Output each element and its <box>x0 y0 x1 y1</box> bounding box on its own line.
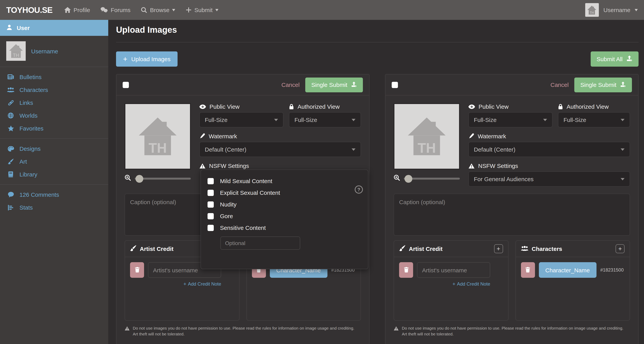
user-menu[interactable]: TH Username <box>585 3 638 17</box>
cancel-button[interactable]: Cancel <box>550 81 568 88</box>
eye-icon <box>468 104 475 109</box>
usage-warning: Do not use images you do not have permis… <box>394 325 630 337</box>
chevron-down-icon <box>543 119 547 121</box>
nsfw-option-row: Gore <box>208 213 360 219</box>
nsfw-checkbox-nudity[interactable] <box>208 201 214 207</box>
sidebar: User TH Username Bulletins Characters Li… <box>0 20 108 344</box>
select-image-checkbox[interactable] <box>123 82 129 88</box>
sidebar-item-worlds[interactable]: Worlds <box>0 109 108 122</box>
globe-icon <box>7 113 14 118</box>
person-icon <box>6 25 12 31</box>
sidebar-item-library[interactable]: Library <box>0 168 108 181</box>
upload-cards: Cancel Single Submit TH <box>116 74 638 344</box>
public-view-label: Public View <box>468 103 552 110</box>
toyhouse-app: TOYHOU.SE Profile Forums Browse Submit <box>0 0 644 344</box>
card-header: Cancel Single Submit <box>116 74 369 96</box>
warning-icon <box>394 325 399 337</box>
character-id: #18231500 <box>600 267 624 273</box>
sidebar-item-stats[interactable]: Stats <box>0 201 108 214</box>
watermark-select[interactable]: Default (Center) <box>468 142 630 157</box>
nav-forums[interactable]: Forums <box>101 7 131 13</box>
single-submit-button[interactable]: Single Submit <box>574 77 632 92</box>
zoom-in-icon <box>124 175 131 183</box>
delete-credit-button[interactable] <box>130 262 144 278</box>
watermark-select[interactable]: Default (Center) <box>199 142 361 157</box>
plus-icon: + <box>452 281 455 287</box>
svg-text:TH: TH <box>590 11 594 14</box>
nav-submit[interactable]: Submit <box>186 7 218 13</box>
nsfw-checkbox-mild[interactable] <box>208 178 214 184</box>
sidebar-item-links[interactable]: Links <box>0 96 108 109</box>
artist-username-input[interactable] <box>417 262 490 278</box>
users-icon <box>521 245 528 252</box>
add-credit-note-link[interactable]: +Add Credit Note <box>399 281 490 287</box>
sensitive-optional-input[interactable] <box>220 236 300 250</box>
site-logo[interactable]: TOYHOU.SE <box>6 5 52 15</box>
nsfw-checkbox-explicit[interactable] <box>208 190 214 196</box>
paintbrush-icon <box>399 245 405 253</box>
card-header: Cancel Single Submit <box>386 74 638 96</box>
zoom-slider-thumb[interactable] <box>135 175 143 183</box>
avatar[interactable]: TH <box>6 41 26 61</box>
comments-icon <box>101 7 108 13</box>
avatar: TH <box>585 3 599 17</box>
page-title: Upload Images <box>116 25 638 35</box>
stats-icon <box>7 205 14 210</box>
help-icon[interactable]: ? <box>355 185 363 194</box>
chevron-down-icon <box>621 148 624 151</box>
public-view-select[interactable]: Full-Size <box>199 112 284 127</box>
public-view-label: Public View <box>199 103 284 110</box>
sidebar-item-designs[interactable]: Designs <box>0 142 108 155</box>
upload-icon <box>351 81 357 88</box>
watermark-label: Watermark <box>468 133 630 139</box>
nsfw-settings-label: NSFW Settings <box>468 162 630 169</box>
paintbrush-icon <box>130 245 136 253</box>
delete-credit-button[interactable] <box>399 262 413 278</box>
trash-icon <box>403 266 409 274</box>
add-character-button[interactable]: + <box>616 244 624 253</box>
delete-character-button[interactable] <box>521 262 535 278</box>
nsfw-checkbox-sensitive[interactable] <box>208 225 214 231</box>
nsfw-option-row: Nudity <box>208 201 360 208</box>
select-image-checkbox[interactable] <box>392 82 398 88</box>
card-body: TH <box>386 96 638 344</box>
sidebar-item-art[interactable]: Art <box>0 155 108 168</box>
authorized-view-select[interactable]: Full-Size <box>558 112 630 127</box>
sidebar-username-link[interactable]: Username <box>31 48 58 54</box>
zoom-slider[interactable] <box>135 178 191 180</box>
nsfw-checkbox-gore[interactable] <box>208 213 214 219</box>
warning-icon <box>199 163 206 168</box>
artist-credit-box: Artist Credit + <box>394 240 508 321</box>
star-icon <box>7 125 14 131</box>
single-submit-button[interactable]: Single Submit <box>306 77 363 92</box>
paintbrush-icon <box>7 159 14 164</box>
authorized-view-select[interactable]: Full-Size <box>289 112 361 127</box>
sidebar-item-comments[interactable]: 126 Comments <box>0 188 108 201</box>
caption-input[interactable] <box>394 194 630 236</box>
main-content: Upload Images + Upload Images Submit All… <box>108 20 644 344</box>
nsfw-select[interactable]: For General Audiences <box>468 171 630 187</box>
upload-card-1: Cancel Single Submit TH <box>116 74 370 344</box>
zoom-slider[interactable] <box>404 178 460 180</box>
submit-all-button[interactable]: Submit All <box>591 52 638 67</box>
zoom-in-icon <box>394 175 400 183</box>
trash-icon <box>525 266 531 274</box>
character-tag[interactable]: Character_Name <box>539 262 596 278</box>
nav-browse[interactable]: Browse <box>141 7 175 13</box>
sidebar-item-favorites[interactable]: Favorites <box>0 122 108 135</box>
plus-icon: + <box>184 281 186 287</box>
nav-profile[interactable]: Profile <box>64 7 90 13</box>
chevron-down-icon <box>274 119 278 121</box>
public-view-select[interactable]: Full-Size <box>468 112 552 127</box>
add-credit-note-link[interactable]: +Add Credit Note <box>130 281 221 287</box>
sidebar-item-bulletins[interactable]: Bulletins <box>0 71 108 83</box>
marker-icon <box>468 133 474 139</box>
cancel-button[interactable]: Cancel <box>281 81 300 88</box>
sidebar-item-characters[interactable]: Characters <box>0 83 108 96</box>
image-preview: TH <box>394 103 460 169</box>
marker-icon <box>199 133 205 139</box>
add-artist-button[interactable]: + <box>494 244 503 253</box>
svg-text:TH: TH <box>13 53 19 58</box>
zoom-slider-thumb[interactable] <box>404 175 412 183</box>
upload-images-button[interactable]: + Upload Images <box>116 52 178 67</box>
